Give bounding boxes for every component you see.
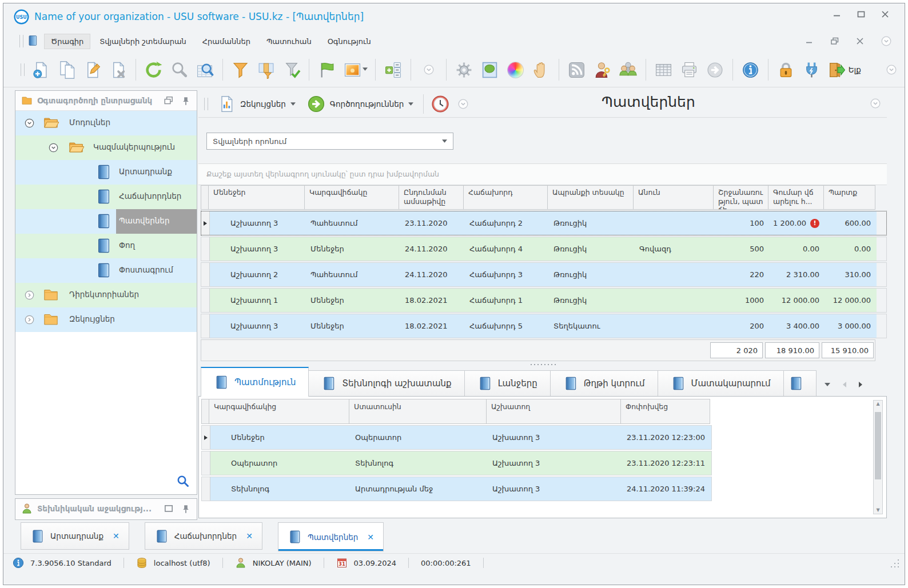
- exit-icon[interactable]: Ելք: [827, 59, 876, 80]
- map-icon[interactable]: [480, 59, 500, 80]
- color-wheel-icon[interactable]: [505, 59, 525, 80]
- refresh-icon[interactable]: [144, 59, 164, 80]
- command-more-chevron-icon[interactable]: [457, 98, 469, 110]
- column-header[interactable]: Կարգավիճակից: [209, 399, 349, 424]
- column-header[interactable]: Գումար վճարելու հ...: [768, 185, 824, 210]
- data-search-dropdown[interactable]: Տվյալների որոնում: [206, 133, 453, 150]
- table-grid-icon[interactable]: [654, 59, 674, 80]
- menu-item-5[interactable]: Օգնություն: [321, 34, 378, 49]
- scroll-down-icon[interactable]: ▼: [876, 508, 879, 513]
- tree-node[interactable]: Մոդուլներ: [15, 111, 197, 135]
- column-header[interactable]: Կարգավիճակը: [305, 185, 399, 210]
- new-document-icon[interactable]: [31, 59, 51, 80]
- tab-scroll-right-icon[interactable]: [859, 382, 862, 387]
- resize-grip[interactable]: [890, 559, 899, 567]
- menu-item-1[interactable]: Ծրագիր: [44, 34, 90, 49]
- user-key-icon[interactable]: [592, 59, 612, 80]
- table-row[interactable]: ՕպերատորՏեխնոլոգԱշխատող 323.11.2020 12:2…: [201, 451, 712, 475]
- tree-node[interactable]: Պատվերներ: [15, 209, 197, 234]
- column-header[interactable]: Հաճախորդ: [464, 185, 548, 210]
- scheduler-clock-icon[interactable]: [431, 95, 449, 113]
- document-tab-2[interactable]: Հաճախորդներ✕: [145, 522, 262, 550]
- tree-node[interactable]: Փոստագրում: [15, 258, 197, 283]
- document-tab-1[interactable]: Արտադրանք✕: [21, 522, 129, 550]
- float-panel-icon[interactable]: [164, 96, 174, 105]
- column-header[interactable]: Անուն: [634, 185, 714, 210]
- filter-icon[interactable]: [230, 59, 250, 80]
- tree-node[interactable]: Դիրեկտորիաներ: [15, 283, 197, 307]
- scroll-up-icon[interactable]: ▲: [876, 402, 879, 406]
- go-next-icon[interactable]: [705, 59, 725, 80]
- detail-tab-4[interactable]: Թղթի կտրում: [551, 370, 658, 397]
- mdi-more-chevron-icon[interactable]: [881, 35, 892, 47]
- menu-item-2[interactable]: Տվյալների շտեմարան: [93, 34, 193, 49]
- document-tab-3[interactable]: Պատվերներ✕: [278, 522, 384, 551]
- reports-button[interactable]: Զեկույցներ: [212, 93, 301, 115]
- lock-icon[interactable]: [776, 59, 796, 80]
- expand-panel-icon[interactable]: [164, 504, 174, 513]
- table-row[interactable]: Աշխատող 3Մենեջեր18.02.2021Հաճախորդ 5Տեղե…: [201, 314, 887, 338]
- tree-node[interactable]: Փող: [15, 234, 197, 258]
- detail-tab-1[interactable]: Պատմություն: [201, 367, 309, 397]
- column-header[interactable]: Փոփոխվեց: [621, 399, 710, 424]
- close-button[interactable]: [881, 10, 890, 18]
- tab-list-caret-icon[interactable]: [825, 383, 830, 386]
- column-header[interactable]: Շրջանառություն, պատճե...: [714, 185, 768, 210]
- close-tab-icon[interactable]: ✕: [246, 531, 253, 541]
- minimize-button[interactable]: [833, 10, 842, 18]
- close-tab-icon[interactable]: ✕: [367, 533, 374, 542]
- user-group-icon[interactable]: [618, 59, 638, 80]
- search-icon[interactable]: [169, 59, 189, 80]
- column-header[interactable]: Ընդունման ամսաթիվը: [399, 185, 464, 210]
- detail-tab-3[interactable]: Լանջերը: [465, 370, 551, 397]
- collapse-node-icon[interactable]: [49, 143, 58, 153]
- table-row[interactable]: ՄենեջերՕպերատորԱշխատող 323.11.2020 12:23…: [201, 425, 712, 450]
- mdi-minimize-button[interactable]: [805, 37, 814, 45]
- pin-panel-icon[interactable]: [181, 504, 191, 513]
- maximize-button[interactable]: [857, 10, 866, 18]
- edit-document-icon[interactable]: [82, 59, 102, 80]
- image-dropdown-caret[interactable]: [363, 67, 368, 71]
- info-icon[interactable]: [740, 59, 760, 80]
- close-tab-icon[interactable]: ✕: [113, 531, 120, 541]
- expand-node-icon[interactable]: [25, 315, 34, 325]
- settings-gear-icon[interactable]: [454, 59, 474, 80]
- detail-tab-5[interactable]: Մատակարարում: [658, 370, 784, 397]
- tree-node[interactable]: Զեկույցներ: [15, 307, 197, 332]
- page-more-chevron-icon[interactable]: [870, 98, 881, 109]
- column-header[interactable]: Ստատուսին: [349, 399, 487, 424]
- column-header[interactable]: Աշխատող: [487, 399, 621, 424]
- tree-node[interactable]: Կազմակերպություն: [15, 135, 197, 160]
- flag-icon[interactable]: [317, 59, 337, 80]
- rss-icon[interactable]: [567, 59, 587, 80]
- delete-document-icon[interactable]: [108, 59, 128, 80]
- tab-scroll-left-icon[interactable]: [843, 382, 846, 387]
- column-header[interactable]: Ապրանքի տեսակը: [548, 185, 634, 210]
- mdi-restore-button[interactable]: [830, 37, 839, 45]
- tree-node[interactable]: Հաճախորդներ: [15, 185, 197, 209]
- hand-icon[interactable]: [531, 59, 551, 80]
- image-icon[interactable]: [343, 59, 363, 80]
- filter-check-icon[interactable]: [282, 59, 302, 80]
- actions-button[interactable]: Գործողություններ: [301, 93, 420, 115]
- filter-columns-icon[interactable]: [256, 59, 276, 80]
- chevron-more-icon[interactable]: [419, 59, 439, 80]
- copy-document-icon[interactable]: [57, 59, 77, 80]
- pin-panel-icon[interactable]: [181, 96, 191, 105]
- tree-search-icon[interactable]: [177, 475, 189, 487]
- search-grid-icon[interactable]: [195, 59, 215, 80]
- table-row[interactable]: Աշխատող 3Պահեստում23.11.2020Հաճախորդ 2Թռ…: [201, 211, 887, 235]
- chevron-more-icon[interactable]: [882, 59, 902, 80]
- table-row[interactable]: Աշխատող 3Մենեջեր24.11.2020Հաճախորդ 4Թռու…: [201, 237, 887, 261]
- table-row[interactable]: ՏեխնոլոգԱրտադրության մեջԱշխատող 324.11.2…: [201, 477, 712, 501]
- vertical-scrollbar[interactable]: ▲ ▼: [873, 400, 883, 514]
- splitter-handle[interactable]: [198, 362, 887, 367]
- menu-item-3[interactable]: Հրամաններ: [196, 34, 257, 49]
- menu-item-4[interactable]: Պատուհան: [260, 34, 318, 49]
- child-window-icon[interactable]: [27, 35, 38, 47]
- layout-panels-icon[interactable]: [383, 59, 403, 80]
- scrollbar-thumb[interactable]: [875, 412, 881, 479]
- printer-icon[interactable]: [679, 59, 699, 80]
- plug-icon[interactable]: [802, 59, 822, 80]
- tree-node[interactable]: Արտադրանք: [15, 160, 197, 185]
